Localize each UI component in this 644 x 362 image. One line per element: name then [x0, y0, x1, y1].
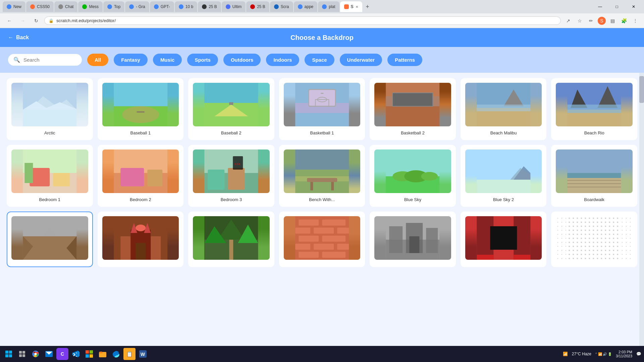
svg-rect-113 [5, 354, 8, 357]
backdrop-basketball1[interactable]: Basketball 1 [279, 78, 365, 140]
tab-mess[interactable]: Mess [78, 1, 103, 12]
tab-close-scratch[interactable]: ✕ [356, 5, 358, 9]
svg-rect-110 [568, 216, 621, 260]
tab-chat[interactable]: Chat [54, 1, 77, 12]
backdrop-theater-img [465, 216, 542, 260]
tab-25b[interactable]: 25 B [198, 1, 221, 12]
svg-rect-94 [299, 252, 319, 258]
tab-scra[interactable]: Scra [270, 1, 293, 12]
backdrop-grid-row2: Bedroom 1 Bedroom 2 SGA Bedroom 3 Bench … [7, 145, 637, 207]
tab-new[interactable]: New [3, 1, 25, 12]
backdrop-baseball2[interactable]: Baseball 2 [188, 78, 274, 140]
lock-icon: 🔒 [49, 18, 54, 23]
tab-appe[interactable]: appe [294, 1, 318, 12]
chrome-icon[interactable] [30, 348, 42, 360]
backdrop-castle[interactable] [98, 212, 184, 267]
tab-icon-25b2 [250, 4, 255, 9]
file-explorer-icon[interactable] [97, 348, 109, 360]
backdrop-boardwalk[interactable]: Boardwalk [551, 145, 637, 207]
backdrop-blue-sky2[interactable]: Blue Sky 2 [461, 145, 547, 207]
filter-sports[interactable]: Sports [187, 54, 218, 66]
tab-ultim[interactable]: Ultim [222, 1, 246, 12]
filter-music[interactable]: Music [153, 54, 182, 66]
svg-rect-106 [477, 255, 493, 260]
notification-icon[interactable]: 💬 [636, 352, 641, 356]
forward-nav-button[interactable]: → [17, 15, 28, 26]
filter-fantasy[interactable]: Fantasy [114, 54, 148, 66]
close-button[interactable]: ✕ [626, 1, 641, 12]
filter-space[interactable]: Space [305, 54, 334, 66]
reload-button[interactable]: ↻ [31, 15, 42, 26]
share-icon[interactable]: ↗ [564, 16, 573, 25]
user-icon[interactable]: S [598, 17, 606, 25]
svg-rect-114 [9, 354, 12, 357]
tab-css[interactable]: CSS50 [26, 1, 54, 12]
tab-bar: New CSS50 Chat Mess Top - Gra GPT- 10 b [0, 0, 644, 13]
svg-rect-14 [309, 89, 335, 106]
tab-25b2[interactable]: 25 B [246, 1, 269, 12]
tab-scratch[interactable]: S ✕ [340, 1, 362, 12]
backdrop-baseball1[interactable]: Baseball 1 [98, 78, 184, 140]
menu-icon[interactable]: ⋮ [631, 16, 640, 25]
backdrop-forest[interactable] [188, 212, 274, 267]
tab-top[interactable]: Top [103, 1, 124, 12]
svg-rect-42 [208, 170, 224, 190]
star-icon[interactable]: ☆ [575, 16, 584, 25]
svg-point-56 [421, 172, 438, 181]
backdrop-bedroom1[interactable]: Bedroom 1 [7, 145, 93, 207]
sidebar-icon[interactable]: ▤ [608, 16, 617, 25]
search-box[interactable]: 🔍 [8, 54, 82, 66]
backdrop-blue-sky[interactable]: Blue Sky [370, 145, 456, 207]
tab-label-top: Top [114, 4, 120, 9]
backdrop-dots[interactable] [551, 212, 637, 267]
backdrop-beach-rio-label: Beach Rio [584, 130, 604, 135]
backdrop-bedroom2[interactable]: Bedroom 2 [98, 145, 184, 207]
tab-plat[interactable]: plat [318, 1, 339, 12]
search-input[interactable] [23, 57, 70, 63]
backdrop-bench-label: Bench With... [309, 197, 335, 202]
canva-icon[interactable]: C [56, 348, 68, 360]
backdrop-theater[interactable] [461, 212, 547, 267]
backdrop-canyon-img [11, 216, 88, 260]
backdrop-blue-sky-label: Blue Sky [404, 197, 421, 202]
new-tab-button[interactable]: + [363, 2, 372, 11]
taskview-icon[interactable] [16, 348, 28, 360]
windows-store-icon[interactable] [83, 348, 95, 360]
backdrop-bench[interactable]: Bench With... [279, 145, 365, 207]
tab-gra[interactable]: - Gra [125, 1, 149, 12]
backdrop-brick[interactable] [279, 212, 365, 267]
scrollbar-track [639, 73, 644, 349]
backdrop-basketball2[interactable]: Basketball 2 [370, 78, 456, 140]
backdrop-bedroom1-label: Bedroom 1 [39, 197, 60, 202]
mail-icon[interactable] [43, 348, 55, 360]
start-button[interactable] [3, 348, 15, 360]
filter-indoors[interactable]: Indoors [266, 54, 299, 66]
maximize-button[interactable]: □ [609, 1, 625, 12]
tab-gpt[interactable]: GPT- [150, 1, 174, 12]
filter-outdoors[interactable]: Outdoors [223, 54, 261, 66]
backdrop-ruins[interactable] [370, 212, 456, 267]
back-nav-button[interactable]: ← [4, 15, 15, 26]
minimize-button[interactable]: — [592, 1, 608, 12]
scrollbar-thumb[interactable] [639, 76, 644, 103]
edge-icon[interactable] [110, 348, 122, 360]
backdrop-arctic[interactable]: Arctic [7, 78, 93, 140]
svg-rect-46 [295, 149, 349, 170]
filter-all[interactable]: All [87, 54, 108, 66]
word-icon[interactable]: W [137, 348, 149, 360]
backdrop-canyon[interactable] [7, 212, 93, 267]
tab-10b[interactable]: 10 b [175, 1, 197, 12]
svg-point-76 [136, 225, 146, 231]
pencil-icon[interactable]: ✏ [586, 16, 596, 25]
backdrop-beach-malibu[interactable]: Beach Malibu [461, 78, 547, 140]
backdrop-bedroom3[interactable]: SGA Bedroom 3 [188, 145, 274, 207]
backdrop-beach-rio[interactable]: Beach Rio [551, 78, 637, 140]
vscode-icon[interactable] [70, 348, 82, 360]
filter-underwater[interactable]: Underwater [340, 54, 382, 66]
svg-rect-85 [322, 220, 345, 226]
extensions-icon[interactable]: 🧩 [619, 16, 629, 25]
back-button[interactable]: ← Back [8, 35, 29, 41]
filter-patterns[interactable]: Patterns [387, 54, 422, 66]
sticky-notes-icon[interactable]: 📋 [123, 348, 136, 360]
address-box[interactable]: 🔒 scratch.mit.edu/projects/editor/ [44, 16, 561, 25]
